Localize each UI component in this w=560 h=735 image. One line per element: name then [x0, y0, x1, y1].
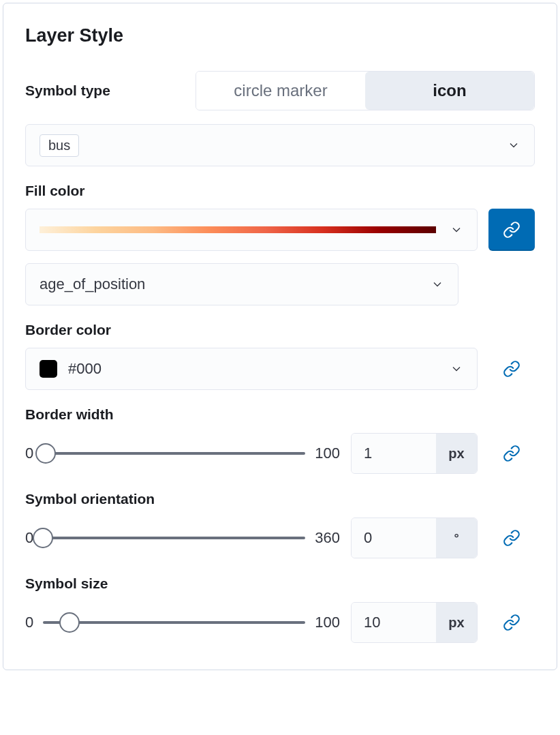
symbol-orientation-row: 0 360 0 ° [25, 517, 535, 559]
symbol-type-label: Symbol type [25, 82, 110, 99]
symbol-orientation-input[interactable]: 0 [352, 518, 436, 558]
symbol-size-unit: px [436, 603, 477, 642]
border-width-slider-group: 0 100 [25, 445, 340, 462]
symbol-size-label: Symbol size [25, 575, 535, 592]
symbol-orientation-link-button[interactable] [488, 517, 535, 559]
panel-title: Layer Style [25, 25, 535, 46]
symbol-size-max: 100 [315, 614, 340, 631]
symbol-size-input[interactable]: 10 [352, 603, 436, 642]
symbol-type-toggle: circle marker icon [196, 71, 535, 110]
border-color-swatch [40, 360, 57, 378]
symbol-size-thumb[interactable] [59, 612, 80, 633]
fill-color-field-select[interactable]: age_of_position [25, 263, 458, 305]
border-color-row: #000 [25, 348, 535, 390]
symbol-orientation-slider-group: 0 360 [25, 529, 340, 547]
chevron-down-icon [431, 278, 444, 291]
fill-color-gradient [40, 226, 436, 233]
symbol-orientation-max: 360 [315, 529, 340, 547]
border-width-thumb[interactable] [35, 443, 56, 464]
chevron-down-icon [450, 362, 463, 376]
border-width-input[interactable]: 1 [352, 434, 436, 473]
border-width-max: 100 [315, 445, 340, 462]
icon-select[interactable]: bus [25, 124, 535, 166]
border-width-input-group: 1 px [351, 433, 478, 474]
symbol-size-min: 0 [25, 614, 33, 631]
symbol-type-row: Symbol type circle marker icon [25, 71, 535, 110]
layer-style-panel: Layer Style Symbol type circle marker ic… [3, 3, 557, 670]
symbol-size-slider-group: 0 100 [25, 614, 340, 631]
symbol-orientation-slider[interactable] [43, 537, 305, 539]
symbol-orientation-input-group: 0 ° [351, 518, 478, 558]
symbol-size-slider[interactable] [43, 621, 305, 624]
symbol-size-input-group: 10 px [351, 602, 478, 643]
symbol-size-link-button[interactable] [488, 601, 535, 644]
border-width-label: Border width [25, 406, 535, 423]
toggle-icon[interactable]: icon [365, 72, 534, 110]
border-width-row: 0 100 1 px [25, 432, 535, 475]
border-width-slider[interactable] [43, 452, 305, 455]
fill-color-field-row: age_of_position [25, 263, 535, 305]
fill-color-select[interactable] [25, 209, 478, 251]
symbol-orientation-thumb[interactable] [33, 528, 53, 548]
border-color-label: Border color [25, 322, 535, 338]
symbol-orientation-label: Symbol orientation [25, 491, 535, 507]
border-color-select[interactable]: #000 [25, 348, 478, 390]
border-width-unit: px [436, 434, 477, 473]
border-color-link-button[interactable] [488, 348, 535, 390]
border-color-swatch-row: #000 [40, 360, 102, 378]
fill-color-row [25, 209, 535, 251]
fill-color-link-button[interactable] [488, 209, 535, 251]
symbol-orientation-unit: ° [436, 518, 477, 558]
toggle-circle-marker[interactable]: circle marker [196, 72, 365, 110]
fill-color-label: Fill color [25, 183, 535, 199]
chevron-down-icon [507, 138, 520, 152]
symbol-size-row: 0 100 10 px [25, 601, 535, 644]
border-width-min: 0 [25, 445, 33, 462]
border-width-link-button[interactable] [488, 432, 535, 475]
chevron-down-icon [450, 223, 463, 237]
border-color-value: #000 [68, 360, 102, 378]
fill-color-field-value: age_of_position [40, 275, 145, 293]
icon-chip: bus [40, 134, 79, 157]
